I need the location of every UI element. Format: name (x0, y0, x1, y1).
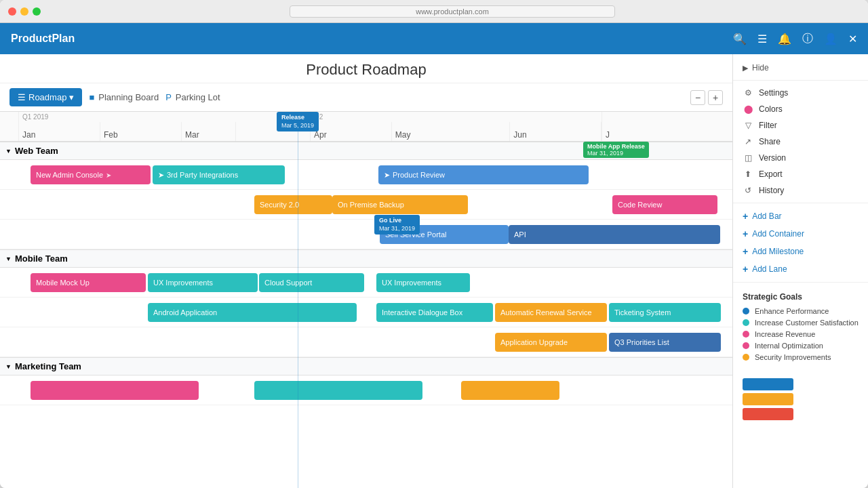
add-bar-button[interactable]: + Add Bar (733, 207, 868, 225)
bar-ux-improvements-2[interactable]: UX Improvements (376, 273, 470, 292)
bar-code-review[interactable]: Code Review (612, 195, 717, 214)
bar-on-premise-backup[interactable]: On Premise Backup (332, 195, 468, 214)
plus-icon-bar: + (743, 211, 748, 222)
release-line (298, 131, 298, 488)
bar-mkt-1[interactable] (31, 381, 199, 400)
toolbar: ☰ Roadmap ▾ ■ Planning Board P Parking L… (0, 83, 732, 112)
bell-icon[interactable]: 🔔 (778, 33, 791, 45)
zoom-out-button[interactable]: − (690, 90, 705, 105)
roadmap-icon: ☰ (18, 92, 26, 102)
goal-label-revenue: Increase Revenue (755, 330, 815, 338)
planning-board-icon: ■ (89, 92, 94, 102)
user-icon[interactable]: 👤 (824, 33, 837, 45)
share-icon: ↗ (743, 137, 753, 146)
app-logo: ProductPlan (11, 33, 75, 45)
title-bar: Product Roadmap (0, 54, 732, 83)
chevron-down-icon-mobile: ▼ (5, 256, 12, 262)
bar-api[interactable]: API (509, 225, 720, 244)
goal-label-optimization: Internal Optimization (755, 342, 823, 350)
goal-dot-customer (743, 319, 749, 326)
chevron-down-icon-marketing: ▼ (5, 363, 12, 370)
planning-board-button[interactable]: ■ Planning Board (89, 92, 159, 102)
version-icon: ◫ (743, 153, 753, 163)
search-icon[interactable]: 🔍 (733, 33, 747, 45)
left-spacer (0, 112, 19, 141)
goal-dot-security (743, 354, 749, 361)
milestone-mobile-release: Mobile App Release Mar 31, 2019 (583, 142, 649, 158)
bar-android-app[interactable]: Android Application (148, 303, 357, 322)
bar-auto-renewal[interactable]: Automatic Renewal Service (495, 303, 607, 322)
month-jul: J (602, 112, 732, 141)
maximize-button[interactable] (33, 7, 41, 16)
close-icon[interactable]: ✕ (848, 33, 857, 45)
web-row-2: Security 2.0 On Premise Backup Code Revi… (0, 190, 732, 220)
app-header: ProductPlan 🔍 ☰ 🔔 ⓘ 👤 ✕ (0, 23, 868, 54)
goal-security-improvements: Security Improvements (743, 353, 859, 361)
sidebar-item-colors[interactable]: ⬤ Colors (733, 101, 868, 117)
menu-icon[interactable]: ☰ (757, 33, 767, 45)
timeline-container: Q1 2019 Jan Feb Mar Q2 Apr (0, 112, 732, 488)
colors-icon: ⬤ (743, 104, 753, 114)
goal-dot-optimization (743, 342, 749, 349)
goal-label-customer: Increase Customer Satisfaction (755, 319, 859, 327)
add-milestone-button[interactable]: + Add Milestone (733, 243, 868, 260)
bar-ticketing-system[interactable]: Ticketing System (609, 303, 721, 322)
add-lane-button[interactable]: + Add Lane (733, 260, 868, 278)
export-icon: ⬆ (743, 169, 753, 179)
team-header-marketing[interactable]: ▼ Marketing Team (0, 357, 732, 375)
history-label: History (759, 186, 784, 195)
sidebar-item-history[interactable]: ↺ History (733, 182, 868, 199)
sidebar-item-share[interactable]: ↗ Share (733, 134, 868, 150)
gantt-rows: ▼ Web Team New Admin Console ➤ (0, 142, 732, 405)
bar-mobile-mockup[interactable]: Mobile Mock Up (31, 273, 146, 292)
hide-button[interactable]: ▶ Hide (733, 60, 868, 76)
mobile-row-1: Mobile Mock Up UX Improvements Cloud Sup… (0, 268, 732, 298)
sidebar-divider-1 (733, 80, 868, 81)
sidebar-item-version[interactable]: ◫ Version (733, 150, 868, 166)
bar-app-upgrade[interactable]: Application Upgrade (495, 333, 607, 352)
zoom-in-button[interactable]: + (708, 90, 723, 105)
help-icon[interactable]: ⓘ (802, 32, 813, 46)
q2-block: Q2 Apr May Jun (311, 112, 602, 141)
bar-product-review[interactable]: ➤ Product Review (378, 165, 589, 184)
sidebar-item-export[interactable]: ⬆ Export (733, 166, 868, 182)
minimize-button[interactable] (20, 7, 28, 16)
team-header-mobile[interactable]: ▼ Mobile Team (0, 249, 732, 268)
swatch-orange (743, 393, 793, 405)
goal-increase-customer-satisfaction: Increase Customer Satisfaction (743, 319, 859, 327)
filter-icon: ▽ (743, 121, 753, 130)
swatch-blue (743, 378, 793, 390)
parking-lot-icon: P (165, 92, 172, 102)
marketing-row-1 (0, 375, 732, 405)
bar-ux-improvements-1[interactable]: UX Improvements (148, 273, 258, 292)
bar-new-admin-console[interactable]: New Admin Console ➤ (31, 165, 151, 184)
close-button[interactable] (8, 7, 16, 16)
month-jan: Jan (19, 122, 100, 141)
parking-lot-button[interactable]: P Parking Lot (165, 92, 220, 102)
bar-q3-priorities[interactable]: Q3 Priorities List (609, 333, 721, 352)
time-headers: Q1 2019 Jan Feb Mar Q2 Apr (0, 112, 732, 142)
bar-mkt-3[interactable] (461, 381, 559, 400)
header-icons: 🔍 ☰ 🔔 ⓘ 👤 ✕ (733, 32, 857, 46)
strategic-goals-title: Strategic Goals (743, 292, 859, 302)
version-label: Version (759, 153, 786, 163)
month-mar: Mar (182, 122, 236, 141)
address-bar[interactable]: www.productplan.com (290, 5, 615, 18)
milestone-release: Release Mar 5, 2019 (277, 112, 319, 488)
mobile-row-3: Application Upgrade Q3 Priorities List (0, 327, 732, 357)
sidebar-item-settings[interactable]: ⚙ Settings (733, 85, 868, 101)
gantt-main: Product Roadmap ☰ Roadmap ▾ ■ Planning B… (0, 54, 732, 488)
goal-label-enhance: Enhance Performance (755, 307, 829, 315)
sidebar-item-filter[interactable]: ▽ Filter (733, 117, 868, 134)
month-jun: Jun (510, 122, 601, 141)
goal-internal-optimization: Internal Optimization (743, 342, 859, 350)
bar-interactive-dialogue[interactable]: Interactive Dialogue Box (376, 303, 493, 322)
bar-3rd-party[interactable]: ➤ 3rd Party Integrations (153, 165, 285, 184)
month-may: May (392, 122, 511, 141)
q1-label: Q1 2019 (19, 112, 310, 122)
filter-label: Filter (759, 121, 777, 130)
roadmap-button[interactable]: ☰ Roadmap ▾ (9, 88, 82, 106)
release-label: Release Mar 5, 2019 (277, 112, 319, 131)
q1-block: Q1 2019 Jan Feb Mar (19, 112, 311, 141)
add-container-button[interactable]: + Add Container (733, 225, 868, 243)
